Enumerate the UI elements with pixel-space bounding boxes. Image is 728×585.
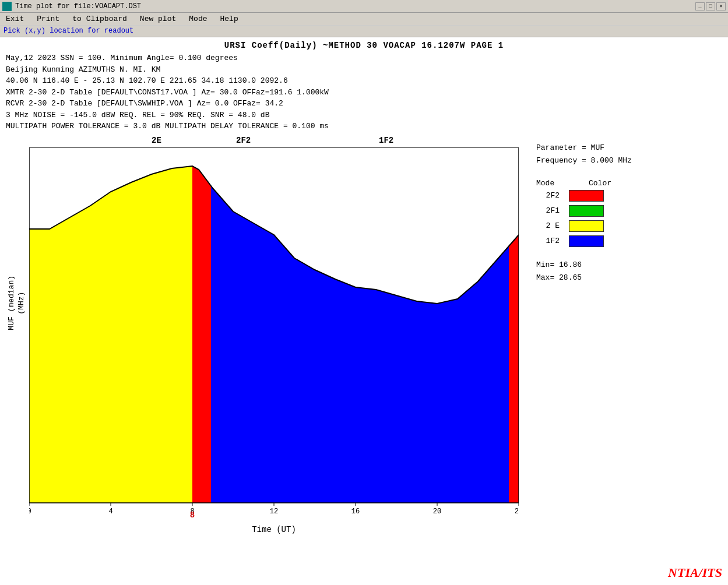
min-value-row: Min= 16.86 (536, 259, 699, 272)
svg-text:4: 4 (108, 508, 112, 516)
header-line7: 3 MHz NOISE = -145.0 dBW REQ. REL = 90% … (6, 110, 722, 121)
max-value-row: Max= 28.65 (536, 272, 699, 284)
legend-panel: Parameter = MUF Frequency = 8.000 MHz Mo… (536, 136, 699, 532)
max-value: 28.65 (559, 273, 582, 282)
min-label: Min= (536, 260, 554, 269)
status-bar: Pick (x,y) location for readout (0, 26, 728, 37)
mode-label-2f2: 2F2 (236, 136, 251, 145)
menu-mode[interactable]: Mode (185, 13, 210, 24)
svg-text:0: 0 (29, 508, 31, 516)
legend-color-swatch (569, 235, 604, 247)
chart-svg: 0 5 10 15 20 25 30 (29, 147, 519, 520)
menu-help[interactable]: Help (217, 13, 242, 24)
legend-color-header: Color (589, 179, 611, 188)
svg-text:16: 16 (351, 508, 360, 516)
info-block: May,12 2023 SSN = 100. Minimum Angle= 0.… (6, 52, 722, 132)
chart-container: MUF (median)(MHz) 2E 2F2 1F2 0 (6, 136, 525, 532)
legend-header: Mode Color (536, 179, 699, 188)
legend-row: 2 E (536, 220, 699, 232)
legend-row: 2F1 (536, 205, 699, 217)
legend-color-swatch (569, 190, 604, 202)
legend-mode-name: 2F1 (536, 206, 560, 215)
maximize-button[interactable]: □ (706, 2, 715, 10)
frequency-label: Frequency = 8.000 MHz (536, 154, 699, 167)
mode-labels: 2E 2F2 1F2 (29, 136, 519, 147)
max-label: Max= (536, 273, 554, 282)
app-icon (2, 2, 12, 11)
menu-newplot[interactable]: New plot (136, 13, 180, 24)
svg-text:24: 24 (515, 508, 519, 516)
legend-row: 2F2 (536, 190, 699, 202)
legend-minmax: Min= 16.86 Max= 28.65 (536, 259, 699, 284)
x-axis-label: Time (UT) (29, 525, 519, 534)
min-value: 16.86 (559, 260, 582, 269)
minimize-button[interactable]: _ (695, 2, 705, 10)
main-content: URSI Coeff(Daily) ~METHOD 30 VOACAP 16.1… (0, 37, 728, 535)
legend-rows: 2F2 2F1 2 E 1F2 (536, 190, 699, 247)
header-line2: May,12 2023 SSN = 100. Minimum Angle= 0.… (6, 52, 722, 64)
svg-text:20: 20 (433, 508, 441, 516)
menu-bar: Exit Print to Clipboard New plot Mode He… (0, 13, 728, 26)
status-text: Pick (x,y) location for readout (3, 27, 133, 35)
parameter-label: Parameter = MUF (536, 142, 699, 154)
legend-table: Mode Color 2F2 2F1 2 E 1F2 (536, 179, 699, 247)
menu-print[interactable]: Print (33, 13, 63, 24)
header-line6: RCVR 2-30 2-D Table [DEFAULT\SWWHIP.VOA … (6, 98, 722, 110)
legend-row: 1F2 (536, 235, 699, 247)
svg-text:12: 12 (270, 508, 278, 516)
menu-clipboard[interactable]: to Clipboard (69, 13, 131, 24)
close-button[interactable]: ✕ (716, 2, 726, 10)
legend-mode-header: Mode (536, 179, 565, 188)
header-line8: MULTIPATH POWER TOLERANCE = 3.0 dB MULTI… (6, 121, 722, 132)
legend-mode-name: 2F2 (536, 191, 560, 200)
y-axis-label: MUF (median)(MHz) (7, 276, 27, 330)
ntia-watermark: NTIA/ITS (668, 565, 722, 580)
mode-label-1f2: 1F2 (379, 136, 393, 145)
header-line5: XMTR 2-30 2-D Table [DEFAULT\CONST17.VOA… (6, 87, 722, 98)
legend-mode-name: 2 E (536, 221, 560, 230)
legend-color-swatch (569, 220, 604, 232)
title-bar: Time plot for file:VOACAPT.DST _ □ ✕ (0, 0, 728, 13)
header-line3: Beijing Kunming AZIMUTHS N. MI. KM (6, 64, 722, 76)
header-line1: URSI Coeff(Daily) ~METHOD 30 VOACAP 16.1… (6, 41, 722, 50)
svg-text:8: 8 (190, 510, 195, 520)
header-line4: 40.06 N 116.40 E - 25.13 N 102.70 E 221.… (6, 75, 722, 87)
window-title: Time plot for file:VOACAPT.DST (15, 2, 141, 10)
mode-label-2e: 2E (152, 136, 161, 145)
legend-color-swatch (569, 205, 604, 217)
menu-exit[interactable]: Exit (2, 13, 27, 24)
legend-mode-name: 1F2 (536, 237, 560, 245)
chart-section: MUF (median)(MHz) 2E 2F2 1F2 0 (6, 136, 722, 532)
legend-params: Parameter = MUF Frequency = 8.000 MHz (536, 142, 699, 167)
